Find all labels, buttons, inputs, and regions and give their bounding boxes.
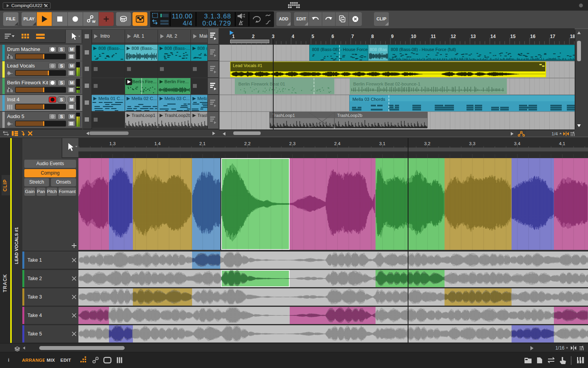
svg-text:W: W: [92, 20, 96, 24]
